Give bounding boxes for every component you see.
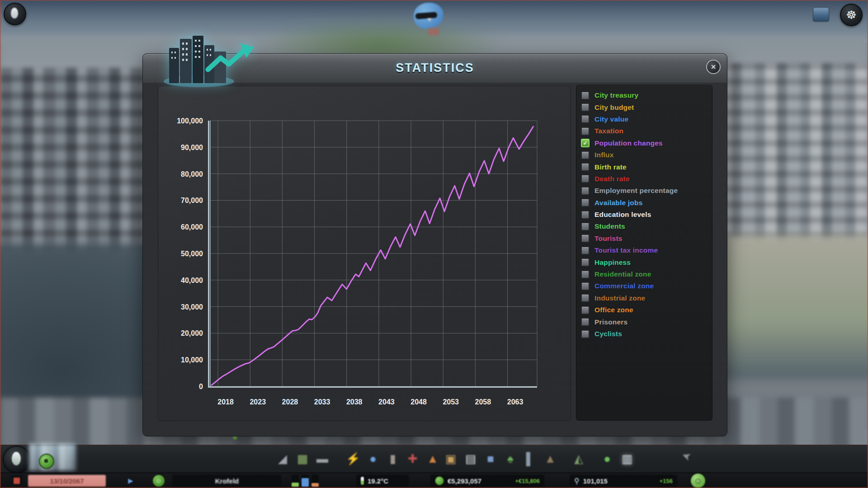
economy-icon[interactable]: ●: [599, 450, 615, 468]
electricity-icon[interactable]: ⚡: [345, 450, 361, 468]
water-icon[interactable]: ●: [365, 450, 381, 468]
achievement-badge[interactable]: [39, 454, 54, 469]
rci-demand-indicator[interactable]: [292, 475, 321, 487]
zoning-icon[interactable]: ▦: [295, 450, 310, 468]
terrain-icon[interactable]: ◭: [571, 450, 586, 468]
legend-item-city-value[interactable]: City value: [576, 113, 712, 125]
population-chart: 010,00020,00030,00040,00050,00060,00070,…: [158, 86, 571, 421]
checkbox-happiness[interactable]: [581, 258, 590, 267]
legend-label: Tourist tax income: [594, 246, 658, 254]
legend-item-education-levels[interactable]: Education levels: [576, 209, 712, 221]
education-icon[interactable]: ▤: [463, 450, 478, 468]
checkbox-tourists[interactable]: [581, 234, 590, 243]
legend-item-tourists[interactable]: Tourists: [576, 233, 712, 244]
x-tick-label: 2053: [443, 398, 459, 406]
statistics-buildings-icon: [157, 34, 257, 88]
legend-label: Employment percentage: [594, 187, 678, 195]
checkbox-city-value[interactable]: [581, 115, 590, 123]
legend-item-office-zone[interactable]: Office zone: [576, 304, 712, 316]
landscaping-icon[interactable]: ▲: [542, 450, 558, 468]
checkbox-industrial-zone[interactable]: [581, 294, 590, 302]
checkbox-taxation[interactable]: [581, 127, 590, 136]
legend-item-city-treasury[interactable]: City treasury: [576, 89, 712, 101]
checkbox-office-zone[interactable]: [581, 306, 590, 314]
roads-icon[interactable]: ▬: [315, 450, 330, 468]
police-icon[interactable]: ▣: [443, 450, 458, 468]
badge-pip: [44, 459, 48, 463]
legend-item-available-jobs[interactable]: Available jobs: [576, 197, 712, 209]
treasury-readout[interactable]: €5,293,057 +€15,806: [430, 475, 544, 487]
y-tick-label: 40,000: [181, 277, 203, 284]
city-name: Krofeld: [173, 475, 281, 487]
legend-item-employment-percentage[interactable]: Employment percentage: [576, 185, 712, 197]
commercial-demand-bar: [302, 475, 309, 487]
coin-icon: [435, 476, 444, 485]
checkbox-commercial-zone[interactable]: [581, 282, 590, 291]
legend-item-commercial-zone[interactable]: Commercial zone: [576, 280, 712, 292]
legend-item-prisoners[interactable]: Prisoners: [576, 316, 712, 328]
residential-demand-bar: [292, 475, 299, 487]
pause-button[interactable]: [11, 475, 23, 487]
temperature-readout: 19.2°C: [356, 475, 409, 487]
y-tick-label: 90,000: [181, 144, 203, 151]
x-tick-label: 2043: [378, 398, 395, 406]
chirper-avatar-button[interactable]: [3, 446, 31, 474]
transport-icon[interactable]: ■: [483, 450, 498, 468]
close-icon[interactable]: ✕: [706, 60, 721, 74]
checkbox-cyclists[interactable]: [581, 330, 590, 338]
fire-department-icon[interactable]: ▲: [425, 450, 440, 468]
x-tick-label: 2038: [346, 398, 363, 406]
checkbox-education-levels[interactable]: [581, 211, 590, 219]
legend-label: Birth rate: [594, 163, 627, 171]
checkbox-city-budget[interactable]: [581, 103, 590, 112]
checkbox-students[interactable]: [581, 222, 590, 231]
industrial-demand-bar: [311, 475, 319, 487]
legend-item-happiness[interactable]: Happiness: [576, 256, 712, 268]
legend-label: Commercial zone: [594, 282, 654, 290]
legend-label: Tourists: [594, 235, 623, 243]
checkbox-prisoners[interactable]: [581, 318, 590, 326]
legend-item-birth-rate[interactable]: Birth rate: [576, 161, 712, 173]
play-speed-button[interactable]: ▶: [123, 475, 138, 487]
legend-label: Students: [594, 222, 625, 230]
checkbox-employment-percentage[interactable]: [581, 187, 590, 195]
y-tick-label: 100,000: [177, 117, 203, 125]
y-tick-label: 60,000: [181, 223, 203, 231]
legend-label: Population changes: [594, 139, 663, 147]
checkbox-city-treasury[interactable]: [581, 91, 590, 100]
legend-item-tourist-tax-income[interactable]: Tourist tax income: [576, 244, 712, 256]
settings-button[interactable]: ☸: [840, 4, 863, 26]
legend-item-death-rate[interactable]: Death rate: [576, 173, 712, 185]
healthcare-icon[interactable]: ✚: [405, 450, 420, 468]
checkbox-influx[interactable]: [581, 151, 590, 160]
happiness-face-icon[interactable]: ☺: [691, 474, 705, 488]
bulldozer-icon[interactable]: ◢: [275, 450, 290, 468]
monuments-icon[interactable]: ▌: [523, 450, 538, 468]
legend-item-cyclists[interactable]: Cyclists: [576, 328, 712, 340]
legend-item-industrial-zone[interactable]: Industrial zone: [576, 292, 712, 304]
bundle-map-icon[interactable]: [813, 7, 829, 22]
money-value: €5,293,057: [448, 477, 481, 485]
legend-label: Prisoners: [594, 318, 627, 326]
checkbox-population-changes[interactable]: ✓: [581, 139, 590, 147]
statistics-icon[interactable]: ▥: [619, 450, 635, 468]
legend-item-residential-zone[interactable]: Residential zone: [576, 268, 712, 280]
population-icon: ⚲: [574, 477, 580, 485]
legend-item-taxation[interactable]: Taxation: [576, 125, 712, 137]
checkbox-available-jobs[interactable]: [581, 198, 590, 207]
checkbox-tourist-tax-income[interactable]: [581, 246, 590, 255]
chirper-bird-icon[interactable]: [409, 1, 453, 35]
checkbox-death-rate[interactable]: [581, 174, 590, 183]
checkbox-birth-rate[interactable]: [581, 163, 590, 171]
garbage-icon[interactable]: ▮: [385, 450, 401, 468]
checkbox-residential-zone[interactable]: [581, 270, 590, 279]
info-view-button[interactable]: [4, 3, 26, 25]
legend-item-influx[interactable]: Influx: [576, 149, 712, 161]
population-readout[interactable]: ⚲ 101,015 +156: [570, 475, 677, 487]
x-tick-label: 2023: [250, 398, 266, 406]
legend-item-city-budget[interactable]: City budget: [576, 101, 712, 113]
legend-item-population-changes[interactable]: ✓Population changes: [576, 137, 712, 149]
parks-icon[interactable]: ♠: [503, 450, 518, 468]
legend-label: Office zone: [594, 306, 633, 314]
legend-item-students[interactable]: Students: [576, 221, 712, 232]
